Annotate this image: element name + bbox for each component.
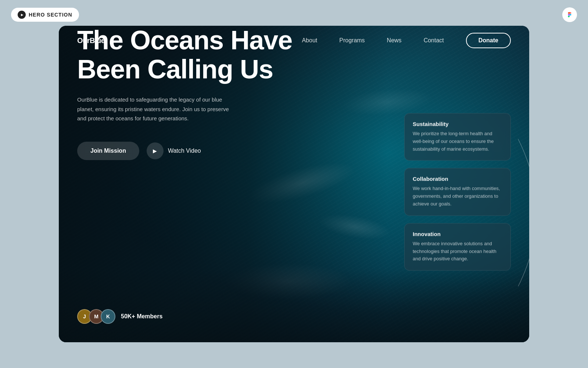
hero-label-badge: HERO SECTION [11, 8, 79, 22]
watch-video-label: Watch Video [168, 148, 201, 154]
nav-links: About Programs News Contact [302, 37, 444, 44]
top-bar: HERO SECTION [0, 0, 588, 29]
innovation-card: Innovation We embrace innovative solutio… [404, 223, 511, 270]
collaboration-card: Collaboration We work hand-in-hand with … [404, 168, 511, 216]
avatars: J M K [77, 309, 115, 324]
watch-video-group[interactable]: ▶ Watch Video [147, 142, 201, 159]
members-count: 50K+ Members [121, 313, 162, 320]
hero-label-text: HERO SECTION [29, 12, 72, 18]
info-cards: Sustainability We prioritize the long-te… [404, 113, 511, 270]
nav-item-contact[interactable]: Contact [424, 37, 444, 44]
hero-content: The Oceans Have Been Calling Us OurBlue … [59, 26, 318, 342]
top-bar-left: HERO SECTION [11, 8, 79, 22]
avatar-3: K [101, 309, 115, 324]
figma-icon[interactable] [562, 7, 577, 22]
join-mission-button[interactable]: Join Mission [77, 142, 139, 160]
innovation-card-text: We embrace innovative solutions and tech… [413, 240, 502, 263]
hero-title: The Oceans Have Been Calling Us [77, 26, 299, 84]
sustainability-card: Sustainability We prioritize the long-te… [404, 113, 511, 160]
members-section: J M K 50K+ Members [77, 309, 162, 324]
nav-item-news[interactable]: News [387, 37, 402, 44]
innovation-card-title: Innovation [413, 231, 502, 237]
nav-link-news[interactable]: News [387, 37, 402, 43]
play-icon [18, 11, 26, 19]
sustainability-card-text: We prioritize the long-term health and w… [413, 130, 502, 153]
nav-item-programs[interactable]: Programs [339, 37, 365, 44]
collaboration-card-text: We work hand-in-hand with communities, g… [413, 185, 502, 208]
play-button[interactable]: ▶ [147, 142, 164, 159]
sustainability-card-title: Sustainability [413, 121, 502, 127]
hero-description: OurBlue is dedicated to safeguarding the… [77, 95, 232, 123]
nav-link-programs[interactable]: Programs [339, 37, 365, 43]
donate-button[interactable]: Donate [466, 33, 511, 48]
main-card: OurBlue About Programs News Contact Dona… [59, 26, 529, 342]
nav-link-contact[interactable]: Contact [424, 37, 444, 43]
collaboration-card-title: Collaboration [413, 176, 502, 182]
hero-buttons: Join Mission ▶ Watch Video [77, 142, 299, 160]
